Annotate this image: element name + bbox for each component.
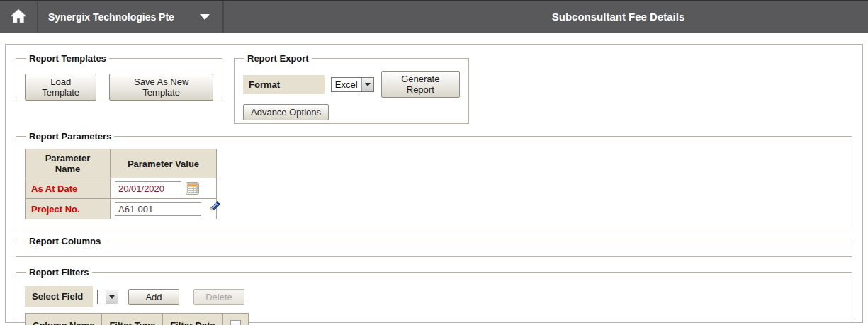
as-at-date-input[interactable] bbox=[115, 181, 181, 195]
param-name-project-no: Project No. bbox=[26, 199, 111, 219]
page-title: Subconsultant Fee Details bbox=[457, 1, 779, 33]
report-columns-legend: Report Columns bbox=[26, 236, 103, 246]
select-all-checkbox[interactable] bbox=[230, 320, 241, 325]
report-parameters-legend: Report Parameters bbox=[26, 131, 114, 142]
filters-table: Column Name Filter Type Filter Data bbox=[25, 313, 249, 325]
format-label: Format bbox=[243, 75, 325, 94]
top-bar: Synergix Technologies Pte Subconsultant … bbox=[0, 0, 868, 33]
lookup-icon[interactable] bbox=[209, 200, 221, 212]
project-no-input[interactable] bbox=[115, 202, 201, 216]
delete-filter-button[interactable]: Delete bbox=[193, 289, 244, 305]
save-as-new-template-button[interactable]: Save As New Template bbox=[109, 74, 213, 101]
chevron-down-icon bbox=[200, 14, 210, 20]
add-filter-button[interactable]: Add bbox=[128, 289, 179, 305]
param-name-as-at-date: As At Date bbox=[26, 178, 111, 199]
calendar-icon[interactable] bbox=[186, 182, 199, 195]
home-icon bbox=[11, 9, 26, 25]
report-filters-legend: Report Filters bbox=[26, 267, 92, 278]
select-field-value bbox=[98, 290, 106, 304]
report-templates-section: Report Templates Load Template Save As N… bbox=[16, 53, 222, 101]
report-export-section: Report Export Format Excel Generate Repo… bbox=[234, 53, 469, 124]
filter-data-header: Filter Data bbox=[163, 314, 223, 325]
chevron-down-icon[interactable] bbox=[361, 78, 373, 91]
advance-options-button[interactable]: Advance Options bbox=[243, 104, 329, 120]
report-filters-section: Report Filters Select Field Add Delete C… bbox=[16, 267, 852, 325]
select-field-dropdown[interactable] bbox=[97, 290, 118, 304]
table-row: As At Date bbox=[26, 178, 217, 199]
format-select-value: Excel bbox=[332, 78, 361, 91]
select-field-label: Select Field bbox=[25, 286, 93, 307]
report-parameters-section: Report Parameters Parameter Name Paramet… bbox=[16, 131, 852, 227]
filters-header-row: Column Name Filter Type Filter Data bbox=[26, 314, 249, 325]
report-columns-section: Report Columns bbox=[16, 236, 852, 257]
home-button[interactable] bbox=[0, 1, 38, 33]
company-selector[interactable]: Synergix Technologies Pte bbox=[38, 1, 224, 33]
report-page-container: Report Templates Load Template Save As N… bbox=[5, 44, 863, 323]
filter-type-header: Filter Type bbox=[102, 314, 163, 325]
chevron-down-icon[interactable] bbox=[106, 290, 118, 304]
table-row: Project No. bbox=[26, 199, 217, 219]
generate-report-button[interactable]: Generate Report bbox=[381, 71, 460, 98]
parameter-name-header: Parameter Name bbox=[26, 149, 111, 178]
parameters-table: Parameter Name Parameter Value As At Dat… bbox=[25, 149, 217, 219]
parameter-value-header: Parameter Value bbox=[111, 149, 217, 178]
report-templates-legend: Report Templates bbox=[26, 53, 109, 64]
format-select[interactable]: Excel bbox=[331, 77, 374, 92]
load-template-button[interactable]: Load Template bbox=[25, 74, 96, 101]
company-name: Synergix Technologies Pte bbox=[48, 11, 174, 23]
parameters-header-row: Parameter Name Parameter Value bbox=[26, 149, 217, 178]
report-export-legend: Report Export bbox=[244, 53, 312, 64]
column-name-header: Column Name bbox=[26, 314, 102, 325]
